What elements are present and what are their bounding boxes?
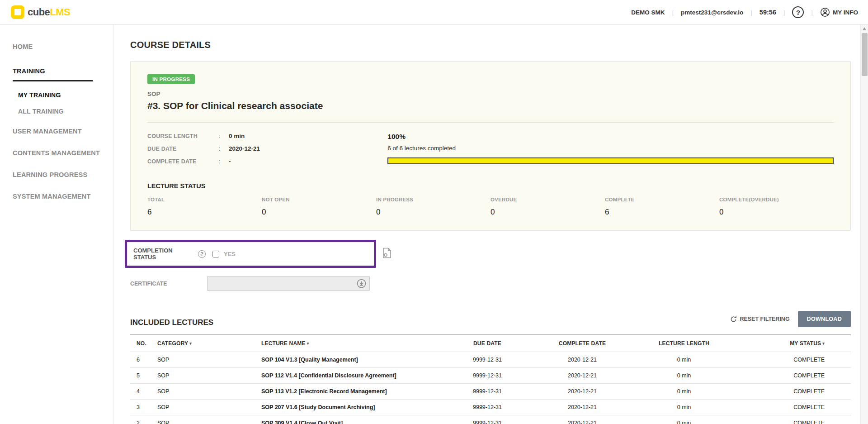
table-row: 2 SOP SOP 309 V1.4 [Close Out Visit] 999… [130,415,851,424]
colon: : [219,158,229,165]
col-no: NO. [130,335,157,352]
progress-fill [388,158,833,163]
company-name: DEMO SMK [631,9,665,16]
help-icon[interactable]: ? [792,6,804,18]
course-title: #3. SOP for Clinical research associate [147,100,834,111]
completion-status-row: COMPLETION STATUS ? YES [130,240,851,268]
table-row: 3 SOP SOP 207 V1.6 [Study Document Archi… [130,400,851,415]
app-window: cubeLMS DEMO SMK | pmtest231@crsdev.io |… [0,0,868,424]
status-complete: COMPLETE 6 [605,197,719,217]
vertical-scrollbar[interactable] [860,25,868,424]
sort-arrow-icon: ▾ [822,341,825,346]
status-complete-overdue: COMPLETE(OVERDUE) 0 [719,197,834,217]
due-date-row: DUE DATE : 2020-12-21 [147,145,387,152]
lecture-name-link[interactable]: SOP 104 V1.3 [Quality Management] [261,352,442,368]
my-info-label: MY INFO [833,9,858,16]
cube-logo-icon [11,5,24,19]
colon: : [219,133,229,139]
sidebar-item-learning-progress[interactable]: LEARNING PROGRESS [0,171,113,178]
certificate-download-icon[interactable] [357,279,366,290]
status-not-open: NOT OPEN 0 [262,197,376,217]
reset-filtering-label: RESET FILTERING [740,316,789,322]
my-status-value: COMPLETE [736,368,851,384]
col-my-status-sort[interactable]: MY STATUS▾ [736,335,851,352]
main-content: COURSE DETAILS IN PROGRESS SOP #3. SOP f… [113,25,860,424]
sidebar-item-home[interactable]: HOME [0,43,113,50]
top-bar: cubeLMS DEMO SMK | pmtest231@crsdev.io |… [0,0,868,25]
course-fields: COURSE LENGTH : 0 min DUE DATE : 2020-12… [147,133,387,171]
col-due-date: DUE DATE [442,335,533,352]
sort-arrow-icon: ▾ [307,341,309,346]
due-date-label: DUE DATE [147,146,219,152]
lecture-name-link[interactable]: SOP 112 V1.4 [Confidential Disclosure Ag… [261,368,442,384]
course-progress: 100% 6 of 6 lectures completed [387,133,834,171]
colon: : [219,145,229,152]
progress-caption: 6 of 6 lectures completed [387,145,834,152]
lecture-status-title: LECTURE STATUS [147,182,834,190]
progress-percent: 100% [387,133,834,141]
my-status-value: COMPLETE [736,400,851,415]
reset-filtering-button[interactable]: RESET FILTERING [730,316,789,323]
course-category: SOP [147,91,834,97]
sidebar-item-system-management[interactable]: SYSTEM MANAGEMENT [0,193,113,200]
lecture-name-link[interactable]: SOP 113 V1.2 [Electronic Record Manageme… [261,384,442,400]
my-info-button[interactable]: MY INFO [820,7,858,17]
lectures-table: NO. CATEGORY▾ LECTURE NAME▾ DUE DATE COM… [130,334,851,424]
lecture-status-grid: TOTAL 6 NOT OPEN 0 IN PROGRESS 0 OVERDUE… [147,197,834,217]
col-complete-date: COMPLETE DATE [533,335,632,352]
certificate-input[interactable] [207,276,370,291]
my-status-value: COMPLETE [736,415,851,424]
active-section-underline [13,80,93,81]
lecture-name-link[interactable]: SOP 207 V1.6 [Study Document Archiving] [261,400,442,415]
completion-status-highlight: COMPLETION STATUS ? YES [125,240,376,268]
complete-date-value: - [229,158,231,165]
table-header-row: NO. CATEGORY▾ LECTURE NAME▾ DUE DATE COM… [130,335,851,352]
col-category-sort[interactable]: CATEGORY▾ [157,335,261,352]
logo-text: cubeLMS [28,6,70,18]
user-icon [820,7,830,17]
scrollbar-up-arrow-icon[interactable] [863,27,866,30]
status-in-progress: IN PROGRESS 0 [376,197,491,217]
completion-checkbox[interactable] [212,251,219,257]
completion-document-icon[interactable] [382,248,392,260]
separator: | [783,9,785,16]
completion-status-label: COMPLETION STATUS [133,247,195,261]
certificate-row: CERTIFICATE [130,276,851,291]
complete-date-row: COMPLETE DATE : - [147,158,387,165]
scrollbar-thumb[interactable] [862,33,868,76]
logo-lms-text: LMS [50,6,70,18]
status-overdue: OVERDUE 0 [491,197,605,217]
status-total: TOTAL 6 [147,197,262,217]
due-date-value: 2020-12-21 [229,145,260,152]
user-email: pmtest231@crsdev.io [681,9,743,16]
lecture-name-link[interactable]: SOP 309 V1.4 [Close Out Visit] [261,415,442,424]
col-lecture-name-sort[interactable]: LECTURE NAME▾ [261,335,442,352]
included-lectures-title: INCLUDED LECTURES [130,318,213,327]
top-bar-right: DEMO SMK | pmtest231@crsdev.io | 59:56 |… [631,6,858,18]
download-button[interactable]: DOWNLOAD [798,311,851,327]
sort-arrow-icon: ▾ [189,341,192,346]
my-status-value: COMPLETE [736,384,851,400]
progress-bar [387,157,834,164]
course-length-label: COURSE LENGTH [147,133,219,139]
completion-help-icon[interactable]: ? [198,250,206,258]
cubelms-logo[interactable]: cubeLMS [11,5,70,19]
sidebar-section-training: TRAINING [0,67,113,81]
table-row: 5 SOP SOP 112 V1.4 [Confidential Disclos… [130,368,851,384]
completion-yes-label: YES [224,251,236,257]
included-lectures-header: INCLUDED LECTURES RESET FILTERING DOWNLO… [130,311,851,327]
sidebar-item-all-training[interactable]: ALL TRAINING [0,108,113,115]
sidebar-item-training[interactable]: TRAINING [0,67,113,75]
page-title: COURSE DETAILS [130,40,851,50]
sidebar-item-contents-management[interactable]: CONTENTS MANAGEMENT [0,149,113,157]
col-lecture-length: LECTURE LENGTH [632,335,736,352]
course-details-card: IN PROGRESS SOP #3. SOP for Clinical res… [130,61,851,231]
table-row: 4 SOP SOP 113 V1.2 [Electronic Record Ma… [130,384,851,400]
sidebar-item-user-management[interactable]: USER MANAGEMENT [0,128,113,135]
course-length-row: COURSE LENGTH : 0 min [147,133,387,139]
my-status-value: COMPLETE [736,352,851,368]
refresh-icon [730,316,737,323]
session-timer: 59:56 [760,9,776,16]
card-divider [147,122,834,123]
sidebar-item-my-training[interactable]: MY TRAINING [0,91,113,99]
